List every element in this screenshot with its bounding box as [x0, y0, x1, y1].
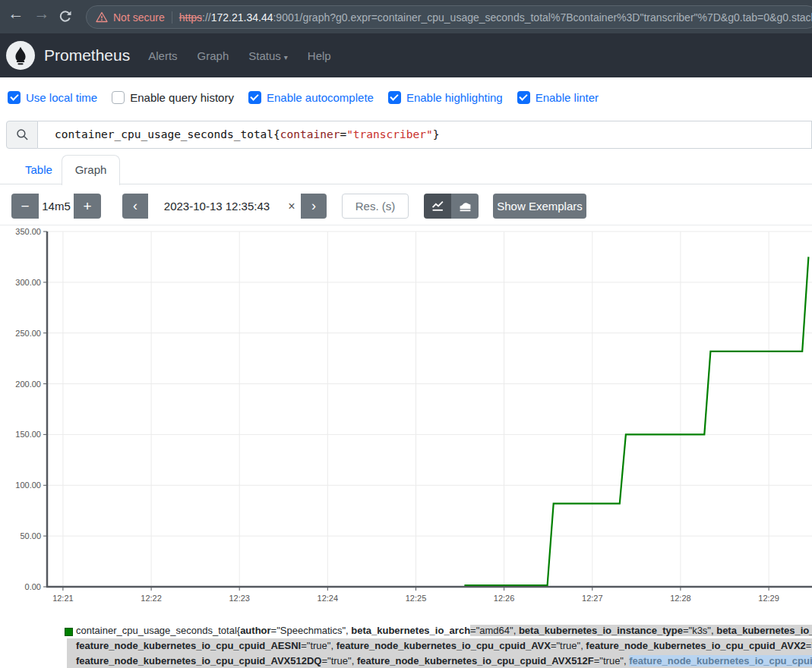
checkbox-checked-icon[interactable] [388, 91, 401, 104]
query-bar: container_cpu_usage_seconds_total{contai… [6, 121, 812, 149]
svg-text:250.00: 250.00 [15, 329, 41, 338]
duration-input[interactable]: 14m5 [39, 194, 74, 219]
query-label-name: container [280, 128, 340, 140]
line-chart-toggle[interactable] [424, 194, 451, 219]
legend-line-3[interactable]: feature_node_kubernetes_io_cpu_cpuid_AVX… [67, 654, 812, 668]
checkbox-checked-icon[interactable] [8, 91, 21, 104]
option-enable-highlighting[interactable]: Enable highlighting [388, 91, 503, 104]
legend-label-name: feature_node_kubernetes_io_cpu_cpuid_AVX… [76, 655, 321, 666]
nav-link-status[interactable]: Status▾ [248, 49, 288, 62]
checkbox-checked-icon[interactable] [248, 91, 261, 104]
query-expression-input[interactable]: container_cpu_usage_seconds_total{contai… [38, 121, 812, 149]
tab-graph[interactable]: Graph [62, 155, 120, 185]
checkbox-unchecked-icon[interactable] [112, 91, 125, 104]
view-tabs: Table Graph [0, 155, 812, 184]
svg-text:50.00: 50.00 [20, 531, 41, 540]
duration-decrease-button[interactable]: − [11, 194, 39, 219]
option-label: Enable highlighting [406, 91, 503, 104]
svg-text:12:22: 12:22 [141, 594, 162, 603]
legend-lines: container_cpu_usage_seconds_total{author… [67, 623, 812, 668]
clear-time-icon[interactable]: × [284, 194, 299, 219]
time-back-button[interactable]: ‹ [122, 194, 148, 219]
svg-text:12:24: 12:24 [318, 594, 339, 603]
browser-toolbar: ← → Not secure https://172.21.34.44:9001… [0, 0, 812, 34]
svg-text:0.00: 0.00 [25, 582, 41, 591]
back-icon[interactable]: ← [6, 5, 26, 23]
option-enable-linter[interactable]: Enable linter [517, 91, 599, 104]
svg-text:12:23: 12:23 [229, 594, 250, 603]
url-path: :9001/graph?g0.expr=container_cpu_usage_… [273, 11, 812, 24]
legend-label-name: beta_kubernetes_io_instance_type [519, 625, 683, 636]
option-label: Enable linter [536, 91, 599, 104]
svg-text:12:28: 12:28 [670, 594, 691, 603]
query-equals: = [340, 128, 346, 140]
option-label: Use local time [26, 91, 97, 104]
forward-icon[interactable]: → [32, 5, 52, 23]
svg-text:12:29: 12:29 [758, 594, 779, 603]
query-metric: container_cpu_usage_seconds_total [55, 128, 273, 140]
svg-text:150.00: 150.00 [15, 430, 41, 439]
legend-label-name: feature_node_kubernetes_io_cpu_cpuid_AVX [336, 640, 551, 651]
brand-title[interactable]: Prometheus [44, 46, 130, 65]
url-host: 172.21.34.44 [211, 11, 273, 24]
search-icon [6, 121, 38, 149]
chart-legend: container_cpu_usage_seconds_total{author… [0, 623, 812, 668]
address-divider [172, 11, 172, 24]
legend-label-name: feature_node_kubernetes_io_cpu_cpuid_AVX… [586, 640, 805, 651]
svg-text:12:26: 12:26 [494, 594, 515, 603]
option-use-local-time[interactable]: Use local time [8, 91, 97, 104]
series-swatch-icon [65, 628, 73, 636]
query-label-value: "transcriber" [346, 128, 433, 140]
svg-text:12:25: 12:25 [406, 594, 427, 603]
tab-table[interactable]: Table [13, 155, 65, 184]
query-options-row: Use local timeEnable query historyEnable… [8, 85, 599, 109]
legend-label-value: ="true", [321, 655, 356, 666]
legend-label-value: ="true", [806, 640, 812, 651]
nav-link-graph[interactable]: Graph [197, 49, 229, 62]
graph-controls: − 14m5 + ‹ 2023-10-13 12:35:43 × › Res. … [0, 194, 812, 219]
query-brace-close: } [433, 128, 440, 140]
line-chart-icon [431, 200, 444, 213]
option-enable-query-history[interactable]: Enable query history [112, 91, 234, 104]
legend-line-1[interactable]: container_cpu_usage_seconds_total{author… [67, 623, 812, 638]
end-time-value: 2023-10-13 12:35:43 [164, 200, 270, 213]
legend-label-value: ="k3s", [683, 625, 716, 636]
time-forward-button[interactable]: › [301, 194, 327, 219]
nav-links: AlertsGraphStatus▾Help [148, 49, 350, 62]
query-brace-open: { [273, 128, 280, 140]
svg-text:100.00: 100.00 [15, 481, 41, 490]
warning-icon [96, 11, 108, 23]
legend-label-value: ="true", [551, 640, 586, 651]
reload-icon[interactable] [58, 9, 73, 24]
checkbox-checked-icon[interactable] [517, 91, 530, 104]
legend-label-name: beta_kubernetes_io_arch [351, 625, 470, 636]
option-enable-autocomplete[interactable]: Enable autocomplete [248, 91, 374, 104]
resolution-input[interactable]: Res. (s) [342, 194, 409, 219]
legend-label-name: author [240, 625, 270, 636]
not-secure-label: Not secure [113, 11, 165, 24]
url-separator: :// [202, 11, 211, 24]
nav-link-help[interactable]: Help [308, 49, 331, 62]
option-label: Enable query history [130, 91, 234, 104]
legend-label-name: feature_node_kubernetes_io_cpu_cpuid_AVX… [357, 655, 594, 666]
prometheus-logo-icon[interactable] [6, 41, 35, 70]
show-exemplars-button[interactable]: Show Exemplars [493, 194, 586, 219]
legend-label-value: ="Speechmatics", [271, 625, 352, 636]
legend-label-value: container_cpu_usage_seconds_total{ [76, 625, 240, 636]
svg-text:300.00: 300.00 [15, 278, 41, 287]
svg-text:200.00: 200.00 [15, 380, 41, 389]
url-scheme: https [179, 11, 202, 24]
nav-link-alerts[interactable]: Alerts [148, 49, 177, 62]
legend-line-2[interactable]: feature_node_kubernetes_io_cpu_cpuid_AES… [67, 638, 812, 654]
time-series-chart[interactable]: 12:2112:2212:2312:2412:2512:2612:2712:28… [0, 225, 812, 608]
svg-text:12:27: 12:27 [582, 594, 603, 603]
svg-text:12:21: 12:21 [52, 594, 74, 603]
end-time-input[interactable]: 2023-10-13 12:35:43 × [148, 194, 301, 219]
stacked-chart-icon [459, 200, 472, 213]
legend-label-value: ="true", [301, 640, 336, 651]
legend-label-name: feature_node_kubernetes_io_cpu_cpuid_AVX… [629, 655, 812, 666]
svg-text:350.00: 350.00 [15, 227, 41, 236]
address-bar[interactable]: Not secure https://172.21.34.44:9001/gra… [86, 5, 812, 29]
stacked-chart-toggle[interactable] [451, 194, 479, 219]
duration-increase-button[interactable]: + [74, 194, 101, 219]
